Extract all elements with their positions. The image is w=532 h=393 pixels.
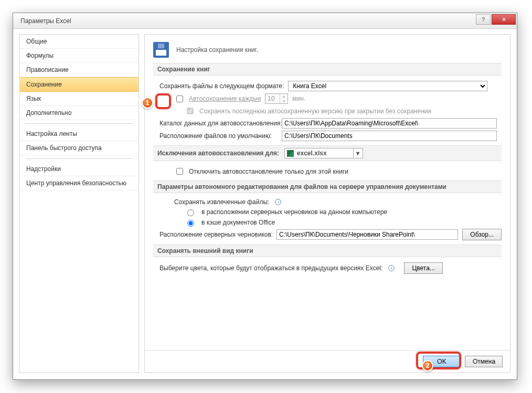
sidebar-item-general[interactable]: Общие bbox=[20, 35, 139, 49]
autorecovery-dir-label: Каталог данных для автовосстановления: bbox=[159, 120, 278, 127]
colors-hint: Выберите цвета, которые будут отображать… bbox=[159, 264, 382, 272]
browse-button[interactable]: Обзор... bbox=[462, 229, 502, 240]
disable-autorecovery-label: Отключить автовосстановление только для … bbox=[189, 168, 348, 175]
save-extracted-label: Сохранять извлеченные файлы: bbox=[174, 198, 269, 206]
autosave-minutes-spinner[interactable]: 10 ▲▼ bbox=[265, 93, 288, 104]
save-format-select[interactable]: Книга Excel bbox=[288, 81, 487, 91]
autosave-label: Автосохранение каждые bbox=[189, 95, 261, 102]
sidebar-divider bbox=[25, 158, 133, 159]
sidebar-item-addins[interactable]: Надстройки bbox=[20, 162, 139, 176]
sidebar-item-save[interactable]: Сохранение bbox=[20, 77, 139, 92]
section-appearance: Сохранять внешний вид книги bbox=[153, 245, 502, 257]
sidebar-item-trust-center[interactable]: Центр управления безопасностью bbox=[20, 176, 139, 190]
sidebar-item-proofing[interactable]: Правописание bbox=[20, 63, 139, 77]
help-button[interactable]: ? bbox=[476, 14, 491, 25]
autosave-unit: мин. bbox=[292, 95, 305, 102]
drafts-radio-cache-label: в кэше документов Office bbox=[201, 219, 275, 226]
section-save-books: Сохранение книг bbox=[153, 63, 502, 76]
save-format-label: Сохранять файлы в следующем формате: bbox=[159, 82, 284, 90]
dialog-body: Общие Формулы Правописание Сохранение Яз… bbox=[13, 29, 517, 379]
drafts-location-label: Расположение серверных черновиков: bbox=[159, 231, 272, 238]
sidebar-item-formulas[interactable]: Формулы bbox=[20, 49, 139, 63]
excel-options-window: Параметры Excel ? ✕ Общие Формулы Правоп… bbox=[13, 13, 517, 380]
save-icon bbox=[153, 42, 169, 58]
ok-button[interactable]: OK bbox=[423, 356, 461, 367]
sidebar-item-customize-ribbon[interactable]: Настройка ленты bbox=[20, 127, 139, 141]
excel-file-icon bbox=[287, 150, 294, 157]
disable-autorecovery-checkbox[interactable] bbox=[176, 168, 183, 175]
close-button[interactable]: ✕ bbox=[492, 14, 516, 25]
autorecovery-dir-input[interactable] bbox=[282, 118, 497, 129]
sidebar-divider bbox=[25, 123, 133, 124]
info-icon[interactable]: i bbox=[275, 199, 281, 205]
exclusions-file-select[interactable]: excel.xlsx ▾ bbox=[284, 148, 363, 158]
colors-button[interactable]: Цвета... bbox=[404, 262, 442, 274]
window-title: Параметры Excel bbox=[20, 17, 71, 25]
drafts-radio-cache[interactable] bbox=[187, 220, 194, 227]
autosave-checkbox[interactable] bbox=[176, 95, 183, 102]
keep-last-autosave-label: Сохранять последнюю автосохраненную верс… bbox=[199, 108, 431, 115]
drafts-radio-local[interactable] bbox=[187, 209, 194, 216]
sidebar-item-language[interactable]: Язык bbox=[20, 92, 139, 106]
default-location-input[interactable] bbox=[282, 131, 497, 141]
default-location-label: Расположение файлов по умолчанию: bbox=[159, 132, 278, 140]
sidebar-item-advanced[interactable]: Дополнительно bbox=[20, 106, 139, 120]
exclusions-file-name: excel.xlsx bbox=[297, 150, 327, 157]
dialog-footer: OK Отмена bbox=[145, 350, 510, 373]
drafts-radio-local-label: в расположении серверных черновиков на д… bbox=[201, 208, 387, 216]
drafts-location-input[interactable] bbox=[276, 229, 458, 240]
category-sidebar: Общие Формулы Правописание Сохранение Яз… bbox=[19, 34, 139, 373]
page-title: Настройка сохранения книг. bbox=[176, 46, 258, 54]
exclusions-label: Исключения автовосстановления для: bbox=[157, 150, 279, 157]
main-panel: Настройка сохранения книг. Сохранение кн… bbox=[144, 34, 510, 373]
titlebar[interactable]: Параметры Excel ? ✕ bbox=[13, 13, 517, 29]
keep-last-autosave-checkbox bbox=[187, 108, 194, 114]
sidebar-item-quick-access[interactable]: Панель быстрого доступа bbox=[20, 141, 139, 155]
info-icon[interactable]: i bbox=[388, 265, 395, 271]
section-offline: Параметры автономного редактирования для… bbox=[153, 180, 502, 193]
cancel-button[interactable]: Отмена bbox=[465, 356, 503, 367]
